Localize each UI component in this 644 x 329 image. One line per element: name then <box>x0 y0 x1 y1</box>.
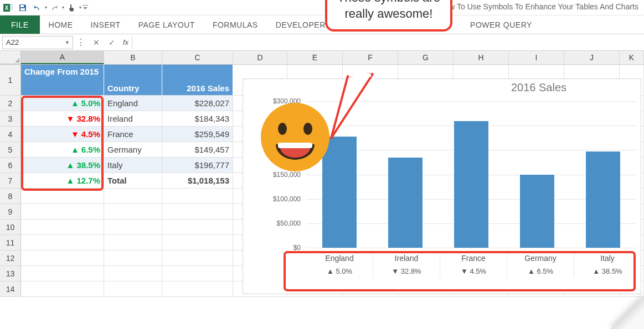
column-header-k[interactable]: K <box>620 51 644 64</box>
row-header-11[interactable]: 11 <box>0 235 21 250</box>
table-header-change[interactable]: Change From 2015 <box>21 65 104 96</box>
select-all-corner[interactable] <box>0 51 21 64</box>
cell[interactable] <box>162 220 233 235</box>
cancel-formula-icon[interactable]: ✕ <box>89 36 104 49</box>
cell[interactable] <box>162 189 233 204</box>
speech-bubble: These symbols are really awesome! <box>325 0 452 32</box>
excel-app-icon: X <box>3 3 13 13</box>
redo-icon[interactable] <box>47 1 61 14</box>
cell[interactable] <box>162 235 233 250</box>
cell[interactable] <box>21 281 104 297</box>
row-header-10[interactable]: 10 <box>0 220 21 235</box>
cell[interactable] <box>104 204 162 220</box>
column-header-h[interactable]: H <box>454 51 509 64</box>
column-header-c[interactable]: C <box>162 51 233 64</box>
column-header-f[interactable]: F <box>343 51 398 64</box>
cell[interactable] <box>104 266 162 281</box>
row-header-9[interactable]: 9 <box>0 204 21 220</box>
chart-x-category: England▲ 5.0% <box>306 252 373 278</box>
row-header-2[interactable]: 2 <box>0 96 21 111</box>
row-header-3[interactable]: 3 <box>0 111 21 127</box>
cell-country[interactable]: Italy <box>104 158 162 173</box>
tab-power-query[interactable]: POWER QUERY <box>461 15 541 34</box>
chart-x-category: Germany▲ 6.5% <box>507 252 574 278</box>
cell[interactable] <box>21 204 104 220</box>
fx-icon[interactable]: fx <box>120 38 132 46</box>
cell-country[interactable]: Ireland <box>104 111 162 127</box>
table-header-sales[interactable]: 2016 Sales <box>162 65 233 96</box>
cell[interactable] <box>21 250 104 266</box>
cell-country[interactable]: England <box>104 96 162 111</box>
row-header-4[interactable]: 4 <box>0 127 21 142</box>
row-header-8[interactable]: 8 <box>0 189 21 204</box>
table-header-country[interactable]: Country <box>104 65 162 96</box>
row-header-5[interactable]: 5 <box>0 142 21 158</box>
column-header-e[interactable]: E <box>287 51 343 64</box>
column-header-d[interactable]: D <box>233 51 287 64</box>
cell[interactable] <box>21 189 104 204</box>
triangle-up-icon: ▲ <box>66 176 75 185</box>
tab-insert[interactable]: INSERT <box>82 15 130 34</box>
column-header-g[interactable]: G <box>398 51 454 64</box>
save-icon[interactable] <box>16 1 30 14</box>
row-header-7[interactable]: 7 <box>0 173 21 189</box>
ribbon-tabs: FILE HOME INSERT PAGE LAYOUT FORMULAS DE… <box>0 15 644 34</box>
cell-sales[interactable]: $228,027 <box>162 96 233 111</box>
cell[interactable] <box>21 266 104 281</box>
cell-change[interactable]: ▼4.5% <box>21 127 104 142</box>
column-header-a[interactable]: A <box>21 51 104 64</box>
cell-change[interactable]: ▼32.8% <box>21 111 104 127</box>
cell[interactable] <box>104 220 162 235</box>
chart-y-tick: $50,000 <box>265 220 304 227</box>
qat-customize-icon[interactable] <box>81 1 89 14</box>
cell-country-total[interactable]: Total <box>104 173 162 189</box>
cell-country[interactable]: France <box>104 127 162 142</box>
column-header-b[interactable]: B <box>104 51 162 64</box>
cell-sales[interactable]: $196,777 <box>162 158 233 173</box>
cell-change[interactable]: ▲5.0% <box>21 96 104 111</box>
cell-sales[interactable]: $259,549 <box>162 127 233 142</box>
row-header-6[interactable]: 6 <box>0 158 21 173</box>
column-header-j[interactable]: J <box>564 51 620 64</box>
tab-developer[interactable]: DEVELOPER <box>267 15 334 34</box>
undo-icon[interactable] <box>30 1 44 14</box>
cell[interactable] <box>162 281 233 297</box>
cell[interactable] <box>104 281 162 297</box>
name-box[interactable]: A22 ▼ <box>2 36 73 49</box>
tab-formulas[interactable]: FORMULAS <box>204 15 267 34</box>
undo-button[interactable]: ▾ <box>30 1 47 14</box>
row-header-1[interactable]: 1 <box>0 65 21 96</box>
row-header-14[interactable]: 14 <box>0 281 21 297</box>
row-header-12[interactable]: 12 <box>0 250 21 266</box>
cell-change-total[interactable]: ▲12.7% <box>21 173 104 189</box>
chart-y-tick: $0 <box>265 244 304 252</box>
enter-formula-icon[interactable]: ✓ <box>104 36 120 49</box>
cell[interactable] <box>21 220 104 235</box>
touch-mode-button[interactable]: ▾ <box>64 1 81 14</box>
cell-country[interactable]: Germany <box>104 142 162 158</box>
cell[interactable] <box>104 250 162 266</box>
column-header-i[interactable]: I <box>509 51 564 64</box>
cell-change[interactable]: ▲6.5% <box>21 142 104 158</box>
cell[interactable] <box>21 235 104 250</box>
chart-bar <box>520 175 554 248</box>
row-header-13[interactable]: 13 <box>0 266 21 281</box>
cell-sales[interactable]: $149,457 <box>162 142 233 158</box>
tab-page-layout[interactable]: PAGE LAYOUT <box>130 15 204 34</box>
formula-input[interactable] <box>132 36 642 49</box>
redo-button[interactable]: ▾ <box>47 1 64 14</box>
cell[interactable] <box>162 266 233 281</box>
cell[interactable] <box>104 235 162 250</box>
chevron-down-icon[interactable]: ▼ <box>65 40 70 45</box>
cell-sales[interactable]: $184,343 <box>162 111 233 127</box>
tab-file[interactable]: FILE <box>0 15 40 34</box>
chart-gridline <box>306 248 636 248</box>
cell[interactable] <box>104 189 162 204</box>
cell-change[interactable]: ▲38.5% <box>21 158 104 173</box>
cell[interactable] <box>162 250 233 266</box>
cell-sales-total[interactable]: $1,018,153 <box>162 173 233 189</box>
speech-bubble-text: These symbols are really awesome! <box>337 0 440 20</box>
touch-icon[interactable] <box>64 1 79 14</box>
tab-home[interactable]: HOME <box>40 15 82 34</box>
cell[interactable] <box>162 204 233 220</box>
